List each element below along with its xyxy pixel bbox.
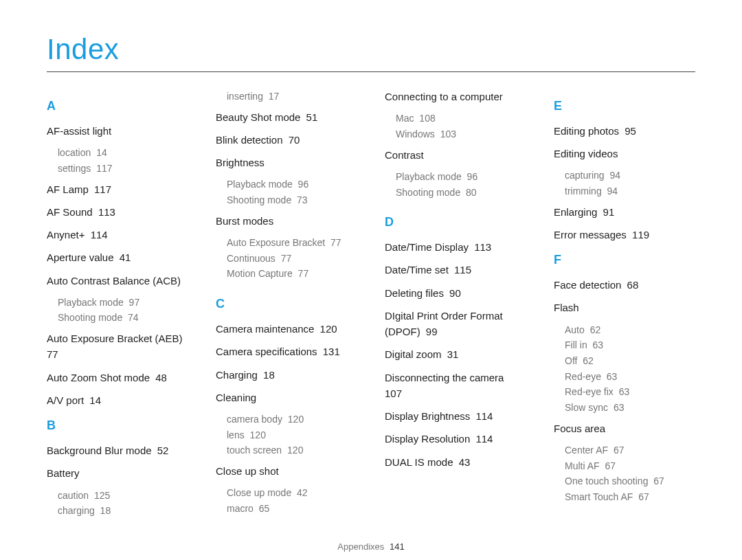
index-term[interactable]: Blink detection <box>216 134 283 146</box>
index-page[interactable]: 77 <box>47 348 58 360</box>
index-page[interactable]: 52 <box>155 445 169 456</box>
index-page[interactable]: 99 <box>423 326 438 337</box>
index-subentry[interactable]: macro 65 <box>227 502 357 517</box>
index-subentry[interactable]: charging 18 <box>58 504 188 519</box>
index-subentry[interactable]: Motion Capture 77 <box>227 267 357 282</box>
index-subentry[interactable]: Auto 62 <box>565 323 695 338</box>
index-page[interactable]: 114 <box>473 433 493 445</box>
index-term[interactable]: Camera specifications <box>216 346 317 357</box>
index-page[interactable]: 113 <box>95 206 115 218</box>
index-term[interactable]: Connecting to a computer <box>385 91 503 102</box>
index-subentry[interactable]: Playback mode 96 <box>396 170 526 185</box>
index-page[interactable]: 115 <box>451 264 471 276</box>
index-term[interactable]: Date/Time Display <box>385 241 469 253</box>
index-page[interactable]: 43 <box>456 456 471 468</box>
index-page[interactable]: 68 <box>624 279 638 291</box>
index-term[interactable]: Editing videos <box>554 148 618 159</box>
index-subentry[interactable]: Smart Touch AF 67 <box>565 490 695 505</box>
index-term[interactable]: AF-assist light <box>47 125 111 137</box>
index-subentry[interactable]: caution 125 <box>58 489 188 504</box>
index-subentry[interactable]: Multi AF 67 <box>565 459 695 474</box>
index-term[interactable]: Anynet+ <box>47 229 85 240</box>
index-subentry[interactable]: Off 62 <box>565 354 695 369</box>
index-term[interactable]: DIgital Print Order Format (DPOF) <box>385 310 503 337</box>
index-subentry[interactable]: Windows 103 <box>396 127 526 142</box>
index-term[interactable]: Cleaning <box>216 392 256 403</box>
index-term[interactable]: Beauty Shot mode <box>216 111 300 123</box>
index-term[interactable]: Deleting files <box>385 287 444 299</box>
index-subentry[interactable]: Shooting mode 80 <box>396 186 526 201</box>
index-page[interactable]: 113 <box>471 241 491 253</box>
index-term[interactable]: Background Blur mode <box>47 445 152 456</box>
index-subentry[interactable]: One touch shooting 67 <box>565 474 695 489</box>
index-subentry[interactable]: Auto Exposure Bracket 77 <box>227 236 357 251</box>
index-subentry[interactable]: Close up mode 42 <box>227 486 357 501</box>
index-term[interactable]: Digital zoom <box>385 348 442 360</box>
index-term[interactable]: A/V port <box>47 394 84 406</box>
index-page[interactable]: 90 <box>447 287 461 299</box>
index-page[interactable]: 70 <box>286 134 300 146</box>
index-term[interactable]: Brightness <box>216 157 265 168</box>
index-subentry[interactable]: trimming 94 <box>565 184 695 199</box>
index-subentry[interactable]: inserting 17 <box>227 89 357 104</box>
index-page[interactable]: 107 <box>385 388 402 399</box>
index-subentry[interactable]: touch screen 120 <box>227 443 357 458</box>
index-page[interactable]: 41 <box>117 251 131 263</box>
index-term[interactable]: Focus area <box>554 423 605 434</box>
index-term[interactable]: AF Sound <box>47 206 93 218</box>
index-page[interactable]: 51 <box>303 111 317 123</box>
index-page[interactable]: 114 <box>87 229 107 240</box>
index-page[interactable]: 31 <box>445 348 459 360</box>
index-subentry[interactable]: Center AF 67 <box>565 443 695 458</box>
index-term[interactable]: Face detection <box>554 279 621 291</box>
index-subentry[interactable]: capturing 94 <box>565 168 695 183</box>
index-subentry[interactable]: Continuous 77 <box>227 251 357 267</box>
index-page[interactable]: 131 <box>320 346 340 357</box>
index-term[interactable]: Auto Zoom Shot mode <box>47 372 150 383</box>
index-term[interactable]: Close up shot <box>216 465 279 477</box>
index-subentry[interactable]: location 14 <box>58 146 188 161</box>
index-page[interactable]: 91 <box>600 206 614 218</box>
index-term[interactable]: DUAL IS mode <box>385 456 453 468</box>
index-term[interactable]: Flash <box>554 302 579 313</box>
index-term[interactable]: Contrast <box>385 149 424 161</box>
index-page[interactable]: 117 <box>91 183 111 195</box>
index-term[interactable]: Battery <box>47 467 80 479</box>
index-subentry[interactable]: Shooting mode 74 <box>58 311 188 326</box>
index-subentry[interactable]: Shooting mode 73 <box>227 193 357 208</box>
index-term[interactable]: Editing photos <box>554 125 619 137</box>
index-subentry[interactable]: settings 117 <box>58 161 188 177</box>
index-subentry[interactable]: Slow sync 63 <box>565 401 695 416</box>
index-page[interactable]: 120 <box>317 323 337 335</box>
index-page[interactable]: 95 <box>622 125 636 137</box>
index-subentry[interactable]: lens 120 <box>227 428 357 443</box>
index-subentry[interactable]: Playback mode 97 <box>58 295 188 311</box>
index-page[interactable]: 114 <box>473 410 493 422</box>
index-subentry[interactable]: Playback mode 96 <box>227 177 357 192</box>
index-page[interactable]: 18 <box>260 369 275 381</box>
index-term[interactable]: Error messages <box>554 229 627 240</box>
index-term[interactable]: Display Resolution <box>385 433 470 445</box>
index-term[interactable]: Display Brightness <box>385 410 470 422</box>
index-term[interactable]: Auto Exposure Bracket (AEB) <box>47 333 183 344</box>
index-subpage: 17 <box>266 91 279 102</box>
index-subentry[interactable]: camera body 120 <box>227 412 357 427</box>
index-subentry[interactable]: Red-eye fix 63 <box>565 385 695 400</box>
index-term[interactable]: Enlarging <box>554 206 597 218</box>
index-subentry[interactable]: Mac 108 <box>396 111 526 126</box>
index-subterm: Shooting mode <box>396 187 460 198</box>
index-subentry[interactable]: Red-eye 63 <box>565 370 695 385</box>
index-subentry[interactable]: Fill in 63 <box>565 338 695 353</box>
index-subentries: capturing 94trimming 94 <box>554 168 695 199</box>
index-term[interactable]: Aperture value <box>47 251 114 263</box>
index-term[interactable]: AF Lamp <box>47 183 89 195</box>
index-page[interactable]: 119 <box>629 229 649 240</box>
index-term[interactable]: Date/Time set <box>385 264 449 276</box>
index-page[interactable]: 48 <box>153 372 167 383</box>
index-term[interactable]: Auto Contrast Balance (ACB) <box>47 275 181 287</box>
index-term[interactable]: Disconnecting the camera <box>385 372 504 383</box>
index-term[interactable]: Charging <box>216 369 258 381</box>
index-page[interactable]: 14 <box>87 394 101 406</box>
index-term[interactable]: Burst modes <box>216 215 273 227</box>
index-term[interactable]: Camera maintenance <box>216 323 314 335</box>
